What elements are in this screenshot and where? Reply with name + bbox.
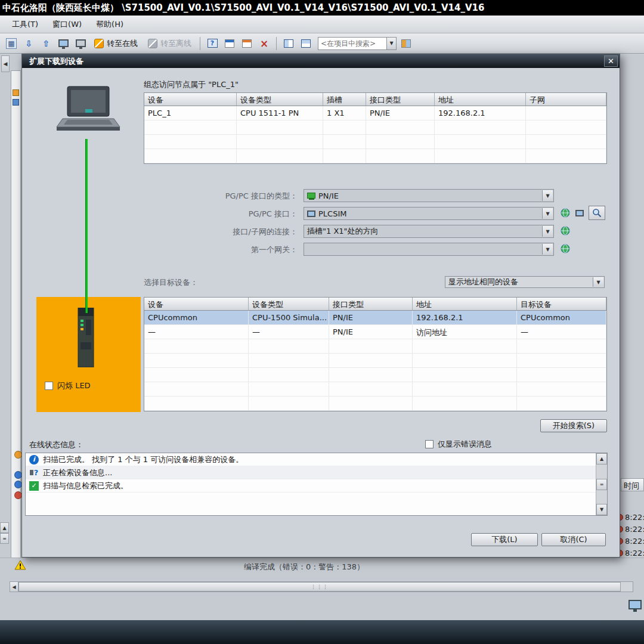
configured-node-table: 设备 设备类型 插槽 接口类型 地址 子网 PLC_1 CPU 1511-1 P… (144, 92, 607, 164)
column-header[interactable]: 子网 (526, 93, 606, 106)
library-view-button[interactable] (398, 36, 414, 51)
chevron-down-icon[interactable]: ▼ (593, 277, 603, 287)
orange-node-icon (13, 89, 19, 96)
window-title: 中石化洛阳（陕西延长中煤） \S71500_AVI_V0.1\S71500_AV… (0, 0, 644, 16)
chevron-down-icon[interactable]: ▼ (542, 244, 553, 255)
split-editor-vertical-button[interactable] (298, 36, 314, 51)
upload-from-device-button[interactable] (38, 36, 54, 51)
chevron-down-icon[interactable]: ▼ (542, 190, 553, 201)
download-to-device-button[interactable] (21, 36, 36, 51)
split-editor-horizontal-button[interactable] (281, 36, 296, 51)
cancel-button[interactable]: 取消(C) (541, 533, 606, 546)
dialog-title-bar[interactable]: 扩展下载到设备 (22, 54, 620, 68)
pgpc-interface-label: PG/PC 接口： (112, 207, 298, 220)
only-errors-label: 仅显示错误消息 (438, 439, 492, 450)
status-message[interactable]: 正在检索设备信息... (26, 466, 596, 479)
grid-icon (6, 38, 17, 49)
grid-view-button[interactable] (4, 36, 19, 51)
connection-dropdown[interactable]: 插槽"1 X1"处的方向 ▼ (304, 225, 554, 238)
start-search-button[interactable]: 开始搜索(S) (540, 419, 607, 432)
status-message[interactable]: 扫描已完成。 找到了 1 个与 1 可访问设备相兼容的设备。 (26, 453, 596, 466)
chevron-down-icon[interactable]: ▼ (542, 208, 553, 219)
close-icon[interactable]: ✕ (604, 55, 618, 67)
portal-window-icon[interactable] (628, 600, 642, 609)
bottom-status-bar (0, 620, 644, 644)
column-header[interactable]: 地址 (435, 93, 526, 106)
only-errors-option: 仅显示错误消息 (425, 439, 492, 450)
table-blue-icon (225, 39, 234, 48)
menu-window[interactable]: 窗口(W) (45, 17, 89, 32)
scroll-left-button[interactable]: ◀ (10, 582, 18, 592)
download-button[interactable]: 下载(L) (471, 533, 538, 546)
status-message[interactable]: 扫描与信息检索已完成。 (26, 479, 596, 493)
info-icon (29, 455, 39, 465)
log-row: 8:22:2 (617, 525, 644, 534)
menu-bar: 工具(T) 窗口(W) 帮助(H) (0, 16, 644, 33)
table-row[interactable]: — — PN/IE 访问地址 — (144, 325, 606, 339)
monitor-blue-icon (58, 39, 69, 47)
column-header[interactable]: 设备 (144, 298, 249, 310)
compile-status-strip: 编译完成（错误：0：警告：138） (0, 558, 644, 581)
connection-properties-button[interactable] (559, 224, 572, 237)
upload-from-device-icon (41, 38, 51, 49)
accessible-devices-button[interactable] (205, 36, 220, 51)
scroll-thumb[interactable]: ≡ (596, 479, 607, 490)
flash-led-checkbox[interactable] (45, 382, 53, 390)
chevron-down-icon[interactable]: ▼ (386, 38, 396, 49)
column-header[interactable]: 插槽 (323, 93, 366, 106)
scroll-up-button[interactable]: ▲ (0, 522, 9, 533)
toolbar-separator (276, 37, 277, 50)
target-filter-dropdown[interactable]: 显示地址相同的设备 ▼ (445, 276, 605, 288)
stop-simulation-button[interactable] (73, 36, 88, 51)
gateway-dropdown[interactable]: ▼ (304, 243, 554, 256)
collapse-sidebar-button[interactable]: ◀ (1, 55, 10, 72)
network-cable (85, 139, 88, 313)
status-message-list: 扫描已完成。 找到了 1 个与 1 可访问设备相兼容的设备。 正在检索设备信息.… (25, 453, 608, 516)
online-status-monitor-button[interactable] (573, 206, 586, 219)
online-status-label: 在线状态信息： (29, 439, 83, 450)
stop-cpu-button[interactable] (239, 36, 255, 51)
pgpc-type-dropdown[interactable]: PN/IE ▼ (304, 189, 554, 202)
column-header[interactable]: 设备类型 (237, 93, 323, 106)
project-search-combo[interactable]: ▼ (318, 37, 397, 50)
go-online-button[interactable]: 转至在线 (90, 36, 142, 51)
split-vertical-icon (301, 39, 311, 48)
scroll-up-button[interactable]: ▲ (596, 453, 607, 465)
menu-help[interactable]: 帮助(H) (89, 17, 131, 32)
horizontal-scroll-thumb[interactable] (18, 582, 621, 592)
chevron-down-icon[interactable]: ▼ (542, 226, 553, 237)
column-header[interactable]: 设备类型 (249, 298, 329, 310)
pgpc-interface-dropdown[interactable]: PLCSIM ▼ (304, 207, 554, 220)
column-header[interactable]: 地址 (413, 298, 517, 310)
table-row[interactable]: PLC_1 CPU 1511-1 PN 1 X1 PN/IE 192.168.2… (144, 106, 606, 120)
scroll-down-button[interactable]: ▼ (596, 504, 607, 515)
column-header[interactable]: 接口类型 (329, 298, 413, 310)
interface-properties-button[interactable] (559, 206, 572, 219)
library-icon (401, 39, 411, 48)
table-row-empty (144, 149, 606, 163)
main-toolbar: 转至在线 转至离线 ▼ (0, 33, 644, 54)
table-row-empty (144, 339, 606, 354)
column-header[interactable]: 目标设备 (517, 298, 606, 310)
project-search-input[interactable] (318, 39, 384, 48)
magnifier-icon (592, 208, 602, 218)
start-simulation-button[interactable] (55, 36, 71, 51)
table-row-selected[interactable]: CPUcommon CPU-1500 Simula... PN/IE 192.1… (144, 311, 606, 325)
scroll-thumb[interactable]: ≡ (0, 533, 9, 544)
time-column-header[interactable]: 时间 (621, 478, 644, 491)
network-card-icon (307, 193, 315, 199)
column-header[interactable]: 设备 (144, 93, 237, 106)
menu-tools[interactable]: 工具(T) (5, 17, 45, 32)
start-cpu-button[interactable] (222, 36, 237, 51)
warning-icon (14, 560, 26, 570)
only-errors-checkbox[interactable] (425, 440, 434, 448)
go-offline-button[interactable]: 转至离线 (144, 36, 196, 51)
globe-icon (561, 244, 570, 253)
column-header[interactable]: 接口类型 (366, 93, 435, 106)
cross-reference-button[interactable] (256, 36, 272, 51)
gateway-properties-button[interactable] (559, 242, 572, 255)
horizontal-scrollbar[interactable]: ◀ (10, 581, 633, 592)
status-scrollbar[interactable]: ▲ ≡ ▼ (596, 453, 607, 515)
flash-search-button[interactable] (589, 206, 605, 220)
log-row: 8:22:2 (617, 549, 644, 558)
